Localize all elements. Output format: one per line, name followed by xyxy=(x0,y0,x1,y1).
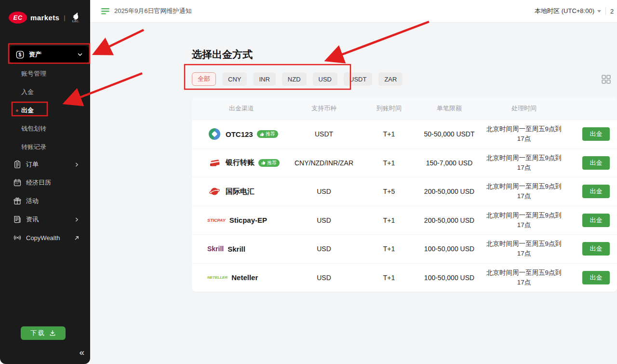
brand-name: markets xyxy=(30,13,59,22)
lfc-crest-icon: L.F.C. xyxy=(70,12,81,23)
table-row: NETELLERNetellerUSDT+1100-50,000 USD北京时间… xyxy=(192,263,617,292)
svg-text:L.F.C.: L.F.C. xyxy=(72,20,79,23)
withdraw-button[interactable]: 出金 xyxy=(582,185,610,198)
sidebar-item-deposit[interactable]: 入金 xyxy=(0,83,90,101)
news-icon xyxy=(13,215,22,224)
action-cell: 出金 xyxy=(565,271,617,284)
currency-cell: CNY/NZD/INR/ZAR xyxy=(285,159,362,167)
grid-icon xyxy=(602,75,611,84)
topbar: 2025年9月6日官网维护通知 本地时区 (UTC+8:00) 2 xyxy=(90,0,617,23)
filter-chip-cny[interactable]: CNY xyxy=(222,72,247,86)
timezone-label: 本地时区 (UTC+8:00) xyxy=(535,7,594,15)
download-icon xyxy=(49,330,56,337)
sidebar-item-news[interactable]: 资讯 xyxy=(0,210,90,229)
withdraw-button[interactable]: 出金 xyxy=(582,271,610,284)
submenu-label: 转账记录 xyxy=(21,143,46,151)
sidebar-item-copywealth[interactable]: CopyWealth xyxy=(0,229,90,247)
action-cell: 出金 xyxy=(565,185,617,198)
clipboard-icon xyxy=(13,160,22,169)
recommend-badge: 推荐 xyxy=(258,159,280,167)
sidebar-item-account-management[interactable]: 账号管理 xyxy=(0,65,90,83)
arrival-time-cell: T+1 xyxy=(362,245,416,253)
sidebar-item-orders[interactable]: 订单 xyxy=(0,155,90,174)
dollar-square-icon: $ xyxy=(15,50,25,59)
chevron-right-icon xyxy=(74,162,80,167)
action-cell: 出金 xyxy=(565,242,617,256)
sidebar-item-wallet-transfer[interactable]: 钱包划转 xyxy=(0,120,90,138)
table-body: OTC123推荐USDTT+150-50,000 USDT北京时间周一至周五9点… xyxy=(192,120,617,292)
recommend-badge: 推荐 xyxy=(257,130,278,138)
currency-cell: USD xyxy=(285,274,362,282)
sidebar-item-economic-calendar[interactable]: 经济日历 xyxy=(0,174,90,192)
gift-icon xyxy=(13,197,22,205)
filter-chip-usdt[interactable]: USDT xyxy=(344,72,372,86)
sidebar-item-activities[interactable]: 活动 xyxy=(0,192,90,210)
brand-divider: | xyxy=(64,14,65,21)
currency-cell: USD xyxy=(285,216,362,224)
limit-cell: 100-50,000 USD xyxy=(416,245,483,253)
collapse-sidebar-button[interactable]: « xyxy=(79,347,83,358)
svg-text:$: $ xyxy=(19,52,22,57)
filter-chip-nzd[interactable]: NZD xyxy=(282,72,307,86)
withdraw-button[interactable]: 出金 xyxy=(582,156,610,170)
processing-time-cell: 北京时间周一至周五9点到17点 xyxy=(483,124,565,144)
processing-time-cell: 北京时间周一至周五9点到17点 xyxy=(483,153,565,173)
chevron-down-icon xyxy=(77,52,83,57)
arrival-time-cell: T+1 xyxy=(362,159,416,167)
ec-markets-logo-icon: EC xyxy=(9,12,27,24)
notice-text: 2025年9月6日官网维护通知 xyxy=(114,7,191,15)
withdraw-button[interactable]: 出金 xyxy=(582,127,610,141)
sidebar-item-withdraw[interactable]: 出金 xyxy=(0,101,90,120)
sidebar: EC markets | L.F.C. $ 资产 账号管理 xyxy=(0,0,90,364)
sidebar-item-assets[interactable]: $ 资产 xyxy=(10,46,89,63)
sidebar-item-label: 资产 xyxy=(29,50,73,59)
clock-text-clipped: 2 xyxy=(610,8,615,15)
assets-submenu: 账号管理 入金 出金 钱包划转 转账记录 xyxy=(0,65,90,156)
channel-cell: NETELLERNeteller xyxy=(192,273,285,282)
grid-view-toggle[interactable] xyxy=(602,75,611,86)
table-row: OTC123推荐USDTT+150-50,000 USDT北京时间周一至周五9点… xyxy=(192,120,617,148)
col-header-limit: 单笔限额 xyxy=(416,104,483,113)
processing-time-cell: 北京时间周一至周五9点到17点 xyxy=(483,211,565,230)
channel-name: Skrill xyxy=(228,245,245,253)
sidebar-item-transfer-records[interactable]: 转账记录 xyxy=(0,138,90,156)
currency-filter-tabs: 全部 CNY INR NZD USD USDT ZAR xyxy=(192,72,402,86)
limit-cell: 200-50,000 USD xyxy=(416,188,483,195)
menu-label: 活动 xyxy=(26,197,80,205)
action-cell: 出金 xyxy=(565,156,617,170)
channel-name: Sticpay-EP xyxy=(229,216,267,224)
timezone-selector[interactable]: 本地时区 (UTC+8:00) xyxy=(535,7,601,15)
col-header-processing: 处理时间 xyxy=(483,104,565,113)
channel-name: 国际电汇 xyxy=(226,187,255,196)
sidebar-menu: 订单 经济日历 活动 xyxy=(0,155,90,247)
filter-chip-inr[interactable]: INR xyxy=(253,72,275,86)
filter-chip-all[interactable]: 全部 xyxy=(192,72,216,86)
channel-name: 银行转账 xyxy=(226,158,255,167)
filter-chip-zar[interactable]: ZAR xyxy=(378,72,402,86)
chevron-right-icon xyxy=(74,217,80,222)
currency-cell: USD xyxy=(285,245,362,253)
badge-label: 推荐 xyxy=(266,131,275,137)
download-label: 下载 xyxy=(30,329,46,337)
channel-cell: 国际电汇 xyxy=(192,186,285,197)
filter-chip-usd[interactable]: USD xyxy=(313,72,337,86)
currency-cell: USDT xyxy=(285,130,362,138)
channel-cell: SkrillSkrill xyxy=(192,245,285,253)
withdraw-button[interactable]: 出金 xyxy=(582,214,610,227)
submenu-label: 入金 xyxy=(21,88,34,96)
channel-name: OTC123 xyxy=(226,130,253,138)
menu-label: 订单 xyxy=(26,160,70,169)
action-cell: 出金 xyxy=(565,214,617,227)
download-button[interactable]: 下载 xyxy=(21,326,66,340)
skrill-logo-icon: Skrill xyxy=(207,245,224,253)
channel-name: Neteller xyxy=(231,273,258,282)
limit-cell: 50-50,000 USDT xyxy=(416,130,483,138)
otc-circle-icon xyxy=(207,128,222,140)
col-header-currency: 支持币种 xyxy=(285,104,362,113)
maintenance-notice[interactable]: 2025年9月6日官网维护通知 xyxy=(101,7,191,15)
withdraw-button[interactable]: 出金 xyxy=(582,242,610,256)
announcement-list-icon xyxy=(101,8,110,15)
sticpay-logo-icon: STICPAY xyxy=(207,218,226,223)
bank-card-icon xyxy=(207,157,222,169)
table-row: 银行转账推荐CNY/NZD/INR/ZART+1150-7,000 USD北京时… xyxy=(192,148,617,177)
